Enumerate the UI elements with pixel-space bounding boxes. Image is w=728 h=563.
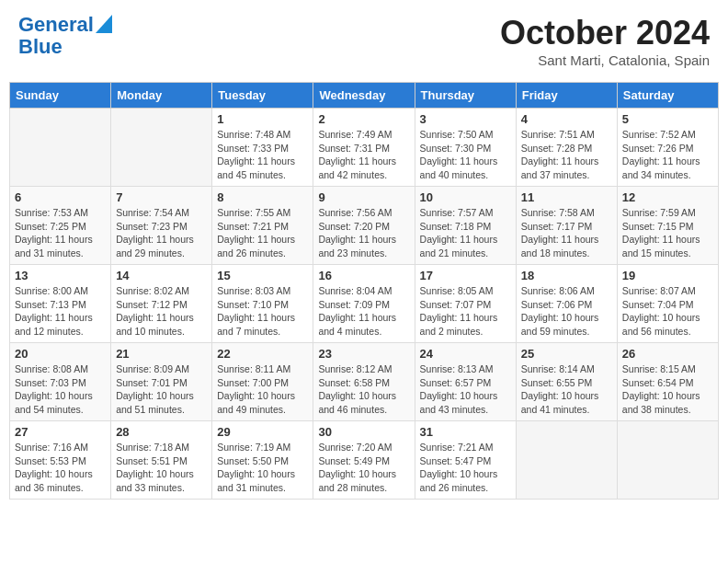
sunset-text: Sunset: 7:09 PM bbox=[318, 298, 409, 312]
sunset-text: Sunset: 7:00 PM bbox=[217, 376, 308, 390]
daylight-text: Daylight: 11 hours and 26 minutes. bbox=[217, 233, 308, 259]
calendar-cell: 3Sunrise: 7:50 AMSunset: 7:30 PMDaylight… bbox=[415, 109, 516, 187]
month-title: October 2024 bbox=[500, 14, 710, 52]
sunset-text: Sunset: 7:10 PM bbox=[217, 298, 308, 312]
day-detail: Sunrise: 8:03 AMSunset: 7:10 PMDaylight:… bbox=[217, 284, 308, 339]
calendar-cell: 2Sunrise: 7:49 AMSunset: 7:31 PMDaylight… bbox=[313, 109, 415, 187]
daylight-text: Daylight: 11 hours and 18 minutes. bbox=[521, 233, 612, 259]
sunrise-text: Sunrise: 7:21 AM bbox=[420, 441, 511, 454]
day-detail: Sunrise: 7:21 AMSunset: 5:47 PMDaylight:… bbox=[420, 441, 511, 495]
calendar-week-row: 13Sunrise: 8:00 AMSunset: 7:13 PMDayligh… bbox=[10, 265, 719, 343]
sunrise-text: Sunrise: 7:18 AM bbox=[116, 441, 207, 454]
sunrise-text: Sunrise: 8:13 AM bbox=[420, 362, 511, 376]
sunrise-text: Sunrise: 7:53 AM bbox=[15, 206, 106, 220]
sunset-text: Sunset: 7:06 PM bbox=[521, 298, 612, 312]
sunset-text: Sunset: 7:12 PM bbox=[116, 298, 207, 312]
day-detail: Sunrise: 7:58 AMSunset: 7:17 PMDaylight:… bbox=[521, 206, 612, 260]
sunset-text: Sunset: 6:58 PM bbox=[318, 376, 409, 390]
daylight-text: Daylight: 11 hours and 42 minutes. bbox=[318, 155, 409, 181]
calendar-cell: 24Sunrise: 8:13 AMSunset: 6:57 PMDayligh… bbox=[415, 343, 516, 421]
sunrise-text: Sunrise: 7:54 AM bbox=[116, 206, 207, 220]
day-detail: Sunrise: 8:14 AMSunset: 6:55 PMDaylight:… bbox=[521, 362, 612, 417]
calendar-cell: 27Sunrise: 7:16 AMSunset: 5:53 PMDayligh… bbox=[10, 421, 111, 500]
calendar-header-row: SundayMondayTuesdayWednesdayThursdayFrid… bbox=[10, 83, 719, 109]
day-detail: Sunrise: 7:48 AMSunset: 7:33 PMDaylight:… bbox=[217, 128, 308, 182]
calendar-cell: 16Sunrise: 8:04 AMSunset: 7:09 PMDayligh… bbox=[313, 265, 415, 343]
sunset-text: Sunset: 7:17 PM bbox=[521, 220, 612, 234]
day-detail: Sunrise: 8:13 AMSunset: 6:57 PMDaylight:… bbox=[420, 362, 511, 417]
calendar-cell bbox=[10, 109, 111, 187]
sunrise-text: Sunrise: 8:02 AM bbox=[116, 284, 207, 298]
sunset-text: Sunset: 7:13 PM bbox=[15, 298, 106, 312]
calendar-cell: 11Sunrise: 7:58 AMSunset: 7:17 PMDayligh… bbox=[516, 187, 617, 265]
daylight-text: Daylight: 11 hours and 40 minutes. bbox=[420, 155, 511, 181]
calendar-table: SundayMondayTuesdayWednesdayThursdayFrid… bbox=[9, 82, 719, 500]
daylight-text: Daylight: 10 hours and 26 minutes. bbox=[420, 467, 511, 494]
sunset-text: Sunset: 6:55 PM bbox=[521, 376, 612, 390]
day-detail: Sunrise: 8:06 AMSunset: 7:06 PMDaylight:… bbox=[521, 284, 612, 339]
daylight-text: Daylight: 10 hours and 49 minutes. bbox=[217, 389, 308, 416]
calendar-cell: 1Sunrise: 7:48 AMSunset: 7:33 PMDaylight… bbox=[212, 109, 313, 187]
sunrise-text: Sunrise: 8:00 AM bbox=[15, 284, 106, 298]
calendar-cell: 21Sunrise: 8:09 AMSunset: 7:01 PMDayligh… bbox=[111, 343, 212, 421]
day-detail: Sunrise: 7:52 AMSunset: 7:26 PMDaylight:… bbox=[622, 128, 713, 182]
sunrise-text: Sunrise: 7:48 AM bbox=[217, 128, 308, 142]
sunset-text: Sunset: 7:18 PM bbox=[420, 220, 511, 234]
location-text: Sant Marti, Catalonia, Spain bbox=[500, 52, 710, 68]
day-detail: Sunrise: 7:55 AMSunset: 7:21 PMDaylight:… bbox=[217, 206, 308, 260]
sunset-text: Sunset: 7:15 PM bbox=[622, 220, 713, 234]
day-number: 23 bbox=[318, 347, 409, 361]
sunrise-text: Sunrise: 8:07 AM bbox=[622, 284, 713, 298]
day-detail: Sunrise: 8:08 AMSunset: 7:03 PMDaylight:… bbox=[15, 362, 106, 417]
calendar-cell: 15Sunrise: 8:03 AMSunset: 7:10 PMDayligh… bbox=[212, 265, 313, 343]
day-number: 16 bbox=[318, 269, 409, 282]
calendar-cell: 6Sunrise: 7:53 AMSunset: 7:25 PMDaylight… bbox=[10, 187, 111, 265]
sunrise-text: Sunrise: 7:52 AM bbox=[622, 128, 713, 142]
logo-text-blue: Blue bbox=[18, 36, 112, 58]
daylight-text: Daylight: 11 hours and 15 minutes. bbox=[622, 233, 713, 259]
weekday-header: Sunday bbox=[10, 83, 111, 109]
calendar-cell: 26Sunrise: 8:15 AMSunset: 6:54 PMDayligh… bbox=[617, 343, 718, 421]
calendar-cell: 5Sunrise: 7:52 AMSunset: 7:26 PMDaylight… bbox=[617, 109, 718, 187]
logo: General Blue bbox=[18, 14, 112, 58]
daylight-text: Daylight: 10 hours and 38 minutes. bbox=[622, 389, 713, 416]
sunrise-text: Sunrise: 8:03 AM bbox=[217, 284, 308, 298]
sunrise-text: Sunrise: 8:15 AM bbox=[622, 362, 713, 376]
day-number: 3 bbox=[420, 112, 511, 126]
day-number: 19 bbox=[622, 269, 713, 282]
daylight-text: Daylight: 10 hours and 59 minutes. bbox=[521, 311, 612, 338]
day-detail: Sunrise: 7:53 AMSunset: 7:25 PMDaylight:… bbox=[15, 206, 106, 260]
sunset-text: Sunset: 7:03 PM bbox=[15, 376, 106, 390]
day-number: 21 bbox=[116, 347, 207, 361]
day-number: 5 bbox=[622, 112, 713, 126]
sunrise-text: Sunrise: 7:58 AM bbox=[521, 206, 612, 220]
day-number: 26 bbox=[622, 347, 713, 361]
daylight-text: Daylight: 11 hours and 4 minutes. bbox=[318, 311, 409, 338]
weekday-header: Tuesday bbox=[212, 83, 313, 109]
calendar-cell: 30Sunrise: 7:20 AMSunset: 5:49 PMDayligh… bbox=[313, 421, 415, 500]
weekday-header: Monday bbox=[111, 83, 212, 109]
daylight-text: Daylight: 10 hours and 31 minutes. bbox=[217, 467, 308, 494]
day-detail: Sunrise: 7:50 AMSunset: 7:30 PMDaylight:… bbox=[420, 128, 511, 182]
calendar-cell: 19Sunrise: 8:07 AMSunset: 7:04 PMDayligh… bbox=[617, 265, 718, 343]
calendar-cell: 20Sunrise: 8:08 AMSunset: 7:03 PMDayligh… bbox=[10, 343, 111, 421]
daylight-text: Daylight: 10 hours and 41 minutes. bbox=[521, 389, 612, 416]
day-number: 24 bbox=[420, 347, 511, 361]
sunrise-text: Sunrise: 7:19 AM bbox=[217, 441, 308, 454]
sunrise-text: Sunrise: 7:51 AM bbox=[521, 128, 612, 142]
calendar-cell: 8Sunrise: 7:55 AMSunset: 7:21 PMDaylight… bbox=[212, 187, 313, 265]
sunrise-text: Sunrise: 7:56 AM bbox=[318, 206, 409, 220]
title-block: October 2024 Sant Marti, Catalonia, Spai… bbox=[500, 14, 710, 68]
sunrise-text: Sunrise: 8:08 AM bbox=[15, 362, 106, 376]
calendar-cell: 4Sunrise: 7:51 AMSunset: 7:28 PMDaylight… bbox=[516, 109, 617, 187]
day-number: 8 bbox=[217, 190, 308, 204]
day-number: 10 bbox=[420, 190, 511, 204]
day-number: 17 bbox=[420, 269, 511, 282]
daylight-text: Daylight: 11 hours and 7 minutes. bbox=[217, 311, 308, 338]
day-detail: Sunrise: 8:04 AMSunset: 7:09 PMDaylight:… bbox=[318, 284, 409, 339]
day-number: 29 bbox=[217, 425, 308, 439]
daylight-text: Daylight: 11 hours and 34 minutes. bbox=[622, 155, 713, 181]
calendar-cell: 9Sunrise: 7:56 AMSunset: 7:20 PMDaylight… bbox=[313, 187, 415, 265]
day-number: 31 bbox=[420, 425, 511, 439]
sunset-text: Sunset: 7:33 PM bbox=[217, 142, 308, 155]
